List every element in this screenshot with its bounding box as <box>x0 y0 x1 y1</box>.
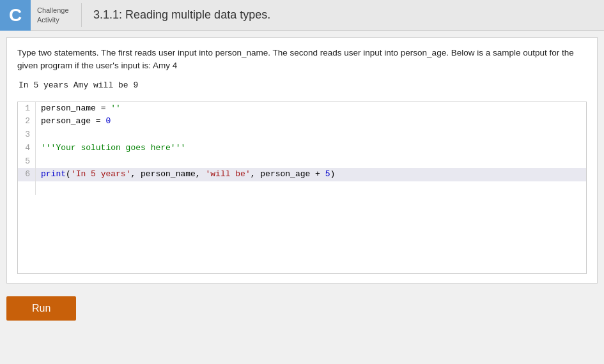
line-number-3: 3 <box>18 128 36 142</box>
code-text-4: '''Your solution goes here''' <box>41 142 185 155</box>
challenge-line2: Activity <box>37 15 75 24</box>
code-text-2: person_age = 0 <box>41 115 111 128</box>
line-number-5: 5 <box>18 155 36 169</box>
top-bar: C Challenge Activity 3.1.1: Reading mult… <box>0 0 604 31</box>
code-text-1: person_name = '' <box>41 102 121 116</box>
code-line-5: 5 <box>18 155 586 169</box>
challenge-line1: Challenge <box>37 6 75 15</box>
code-line-2: 2 person_age = 0 <box>18 115 586 128</box>
code-editor[interactable]: 1 person_name = '' 2 person_age = 0 3 4 … <box>17 102 587 274</box>
main-content: Type two statements. The first reads use… <box>6 37 598 284</box>
code-text-6: print('In 5 years', person_name, 'will b… <box>41 168 335 181</box>
code-line-6: 6 print('In 5 years', person_name, 'will… <box>18 168 586 181</box>
line-number-4: 4 <box>18 142 36 155</box>
code-line-4: 4 '''Your solution goes here''' <box>18 142 586 155</box>
code-line-1: 1 person_name = '' <box>18 102 586 116</box>
run-button[interactable]: Run <box>6 296 76 321</box>
logo-box: C <box>0 0 31 31</box>
line-number-6: 6 <box>18 168 36 181</box>
line-number-1: 1 <box>18 102 36 116</box>
code-line-7 <box>18 181 586 195</box>
line-number-2: 2 <box>18 115 36 128</box>
code-line-3: 3 <box>18 128 586 142</box>
page-title: 3.1.1: Reading multiple data types. <box>82 8 270 22</box>
line-number-7 <box>18 181 36 195</box>
challenge-activity-label: Challenge Activity <box>31 3 82 27</box>
sample-output: In 5 years Amy will be 9 <box>17 80 587 90</box>
logo-letter: C <box>9 5 22 26</box>
description-text: Type two statements. The first reads use… <box>17 47 587 73</box>
